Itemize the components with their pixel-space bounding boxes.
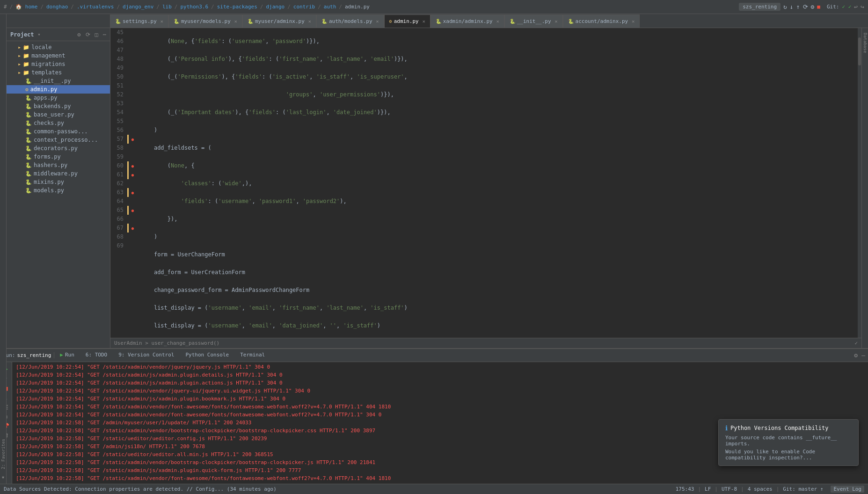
tab-admin[interactable]: ⚙ admin.py ✕ [384, 15, 430, 28]
tab-init-close[interactable]: ✕ [555, 19, 558, 24]
bottom-settings-icon[interactable]: ⚙ [854, 352, 858, 359]
project-panel: Project ▾ ⚙ ⟳ ◫ ⋯ ▸ 📁 locale ▸ 📁 managem… [7, 28, 110, 348]
tree-base-label: base_user.py [34, 111, 74, 118]
nav-sp[interactable]: site-packages [217, 4, 257, 10]
tab-xadmin-adminx-close[interactable]: ✕ [496, 19, 499, 24]
tab-account-adminx[interactable]: 🐍 account/adminx.py ✕ [563, 15, 640, 28]
tab-auth-models[interactable]: 🐍 auth/models.py ✕ [316, 15, 384, 28]
tree-init[interactable]: 🐍 __init__.py [7, 77, 110, 85]
tree-models[interactable]: 🐍 models.py [7, 186, 110, 195]
code-line-52: (None, { [140, 161, 854, 170]
code-line-56: ) [140, 232, 854, 241]
nav-contrib[interactable]: contrib [293, 4, 315, 10]
nav-django[interactable]: django [266, 4, 284, 10]
tab-admin-close[interactable]: ✕ [423, 19, 425, 24]
tab-myuser-models-close[interactable]: ✕ [234, 19, 237, 24]
tree-admin-py[interactable]: ⚙ admin.py [7, 85, 110, 94]
tree-hashers[interactable]: 🐍 hashers.py [7, 161, 110, 169]
tree-checks[interactable]: 🐍 checks.py [7, 119, 110, 127]
tree-apps[interactable]: 🐍 apps.py [7, 94, 110, 102]
file-context-icon: 🐍 [25, 137, 32, 143]
status-git: Git: master ↑ [783, 486, 823, 492]
checkmark-icon: ✓ [854, 340, 858, 346]
popup-line1: Your source code contains __future__ imp… [725, 435, 852, 447]
tree-backends-label: backends.py [34, 103, 71, 109]
compat-popup: ℹ Python Versions Compatibility Your sou… [718, 419, 859, 466]
project-menu-icon[interactable]: ⋯ [103, 31, 106, 38]
project-sync-icon[interactable]: ⟳ [86, 31, 90, 38]
nav-sep10: / [318, 4, 321, 10]
tab-myuser-adminx-close[interactable]: ✕ [308, 19, 311, 24]
tree-locale-label: locale [31, 44, 51, 51]
nav-sep8: / [260, 4, 263, 10]
code-line-61: list_display = ('username', 'email', 'da… [140, 321, 854, 330]
tab-auth-models-close[interactable]: ✕ [376, 19, 379, 24]
code-line-50: ) [140, 126, 854, 135]
nav-sep9: / [287, 4, 291, 10]
file-deco-icon: 🐍 [25, 145, 32, 152]
tab-myuser-models[interactable]: 🐍 myuser/models.py ✕ [168, 15, 242, 28]
status-sep3: | [741, 486, 744, 492]
repo-selector[interactable]: szs_renting [739, 3, 780, 11]
status-sep2: | [715, 486, 718, 492]
tree-backends[interactable]: 🐍 backends.py [7, 102, 110, 110]
tab-settings-close[interactable]: ✕ [160, 19, 163, 24]
tab-settings[interactable]: 🐍 settings.py ✕ [110, 15, 168, 28]
tab-auth-models-label: auth/models.py [329, 18, 372, 24]
tree-context[interactable]: 🐍 context_processo... [7, 136, 110, 144]
project-collapse-icon[interactable]: ◫ [95, 31, 98, 38]
log-line-5: [12/Jun/2019 10:22:54] "GET /static/xadm… [12, 395, 868, 403]
tab-myuser-adminx[interactable]: 🐍 myuser/adminx.py ✕ [242, 15, 316, 28]
tree-migrations[interactable]: ▸ 📁 migrations [7, 60, 110, 68]
nav-auth[interactable]: auth [324, 4, 336, 10]
btab-todo[interactable]: 6: TODO [80, 349, 113, 362]
tree-migrations-label: migrations [31, 61, 65, 67]
nav-env[interactable]: django_env [123, 4, 153, 10]
tree-decorators[interactable]: 🐍 decorators.py [7, 144, 110, 153]
btab-vcs[interactable]: 9: Version Control [113, 349, 180, 362]
tree-forms[interactable]: 🐍 forms.py [7, 153, 110, 161]
project-settings-icon[interactable]: ⚙ [77, 31, 80, 38]
code-wrapper[interactable]: 45 46 47 48 49 50 51 52 53 54 55 56 57● … [110, 28, 861, 338]
log-line-4: [12/Jun/2019 10:22:54] "GET /static/xadm… [12, 387, 868, 395]
editor-container: 45 46 47 48 49 50 51 52 53 54 55 56 57● … [110, 28, 861, 348]
tree-deco-label: decorators.py [34, 145, 78, 152]
nav-lib[interactable]: lib [162, 4, 172, 10]
star-icon[interactable]: ★ [1, 474, 5, 480]
code-lines[interactable]: (None, {'fields': ('username', 'password… [137, 28, 858, 338]
file-common-icon: 🐍 [25, 129, 32, 135]
tree-templates[interactable]: ▸ 📁 templates [7, 68, 110, 77]
tabs-row: 🐍 settings.py ✕ 🐍 myuser/models.py ✕ 🐍 m… [0, 14, 868, 28]
btab-run[interactable]: ▶ Run [54, 349, 80, 362]
tree-init-label: __init__.py [34, 78, 71, 84]
tab-init[interactable]: 🐍 __init__.py ✕ [504, 15, 563, 28]
event-log-btn[interactable]: Event Log [831, 486, 864, 493]
nav-venv[interactable]: .virtualenvs [77, 4, 114, 10]
bottom-close-icon[interactable]: — [861, 352, 865, 359]
project-title: Project [10, 31, 34, 38]
tree-locale[interactable]: ▸ 📁 locale [7, 43, 110, 51]
info-icon: ℹ [725, 424, 728, 432]
redo-icon[interactable]: ↪ [861, 3, 864, 10]
tree-base-user[interactable]: 🐍 base_user.py [7, 110, 110, 119]
database-icon[interactable]: Database [863, 30, 868, 56]
file-backends-icon: 🐍 [25, 103, 32, 109]
tree-management[interactable]: ▸ 📁 management [7, 51, 110, 60]
nav-hash: # [4, 4, 7, 10]
nav-user[interactable]: donghao [46, 4, 68, 10]
nav-sep3: / [71, 4, 74, 10]
favorites-label[interactable]: 2: Favorites [1, 437, 6, 471]
tab-account-adminx-close[interactable]: ✕ [632, 19, 635, 24]
tree-middleware[interactable]: 🐍 middleware.py [7, 169, 110, 178]
popup-title: ℹ Python Versions Compatibility [725, 424, 852, 432]
tree-common[interactable]: 🐍 common-passwo... [7, 127, 110, 136]
btab-python[interactable]: Python Console [180, 349, 234, 362]
undo-icon[interactable]: ↩ [854, 3, 858, 10]
status-msg: Data Sources Detected: Connection proper… [4, 486, 277, 492]
nav-py[interactable]: python3.6 [180, 4, 208, 10]
tab-xadmin-adminx[interactable]: 🐍 xadmin/adminx.py ✕ [430, 15, 504, 28]
run-tab-active[interactable]: szs_renting [17, 352, 51, 358]
tree-mixins[interactable]: 🐍 mixins.py [7, 178, 110, 186]
btab-terminal[interactable]: Terminal [234, 349, 270, 362]
nav-home[interactable]: 🏠 home [15, 4, 37, 10]
